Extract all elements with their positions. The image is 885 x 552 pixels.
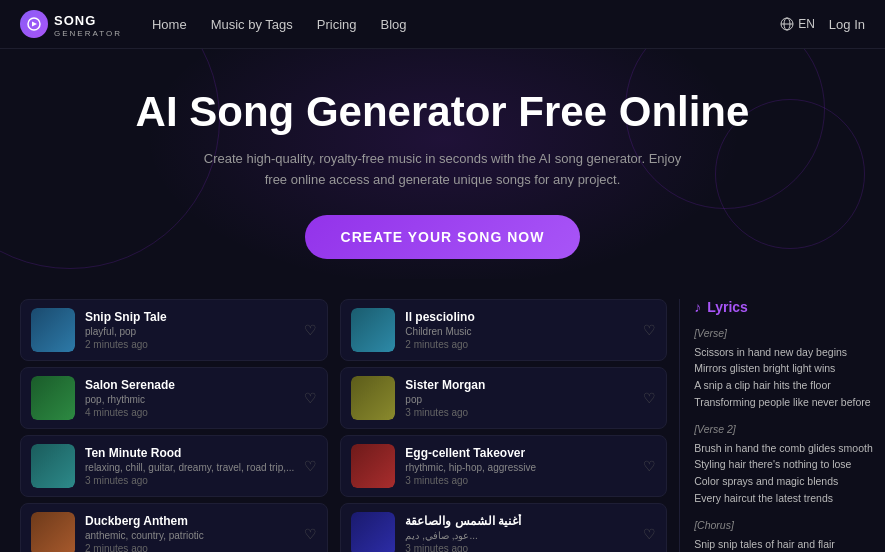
song-title: Duckberg Anthem <box>85 514 294 528</box>
logo-sub: GENERATOR <box>54 29 122 38</box>
song-time: 3 minutes ago <box>405 407 633 418</box>
lyrics-section-label: [Verse 2] <box>694 421 879 438</box>
lyrics-line: Scissors in hand new day begins <box>694 344 879 361</box>
song-title: Egg-cellent Takeover <box>405 446 633 460</box>
song-item[interactable]: Ten Minute Rood relaxing, chill, guitar,… <box>20 435 328 497</box>
song-time: 2 minutes ago <box>405 339 633 350</box>
nav-home[interactable]: Home <box>152 17 187 32</box>
logo[interactable]: SONG GENERATOR <box>20 10 122 38</box>
song-time: 2 minutes ago <box>85 339 294 350</box>
thumb-gradient <box>31 444 75 488</box>
song-info: Sister Morgan pop 3 minutes ago <box>405 378 633 418</box>
song-tags: anthemic, country, patriotic <box>85 530 294 541</box>
song-thumbnail <box>31 376 75 420</box>
song-info: Ten Minute Rood relaxing, chill, guitar,… <box>85 446 294 486</box>
favorite-button[interactable]: ♡ <box>304 322 317 338</box>
logo-icon <box>20 10 48 38</box>
thumb-gradient <box>351 444 395 488</box>
song-item[interactable]: Snip Snip Tale playful, pop 2 minutes ag… <box>20 299 328 361</box>
song-title: Il pesciolino <box>405 310 633 324</box>
song-info: Snip Snip Tale playful, pop 2 minutes ag… <box>85 310 294 350</box>
language-button[interactable]: EN <box>780 17 815 31</box>
song-thumbnail <box>351 444 395 488</box>
logo-name: SONG <box>54 13 96 28</box>
lyrics-section-label: [Chorus] <box>694 517 879 534</box>
favorite-button[interactable]: ♡ <box>643 390 656 406</box>
song-item[interactable]: Duckberg Anthem anthemic, country, patri… <box>20 503 328 552</box>
hero-section: AI Song Generator Free Online Create hig… <box>0 49 885 279</box>
song-info: Duckberg Anthem anthemic, country, patri… <box>85 514 294 552</box>
favorite-button[interactable]: ♡ <box>304 390 317 406</box>
song-item[interactable]: Sister Morgan pop 3 minutes ago ♡ <box>340 367 667 429</box>
login-button[interactable]: Log In <box>829 17 865 32</box>
song-item[interactable]: أغنية الشمس والصاعقة عود, صافي, ديم... 3… <box>340 503 667 552</box>
song-title: Ten Minute Rood <box>85 446 294 460</box>
lyrics-panel: ♪ Lyrics [Verse]Scissors in hand new day… <box>679 299 879 552</box>
thumb-gradient <box>351 376 395 420</box>
song-thumbnail <box>351 308 395 352</box>
thumb-gradient <box>31 376 75 420</box>
thumb-gradient <box>351 512 395 552</box>
song-tags: playful, pop <box>85 326 294 337</box>
song-thumbnail <box>31 512 75 552</box>
lyrics-line: Transforming people like never before <box>694 394 879 411</box>
thumb-gradient <box>31 308 75 352</box>
song-time: 4 minutes ago <box>85 407 294 418</box>
song-title: Salon Serenade <box>85 378 294 392</box>
lyrics-line: Styling hair there's nothing to lose <box>694 456 879 473</box>
song-item[interactable]: Salon Serenade pop, rhythmic 4 minutes a… <box>20 367 328 429</box>
song-tags: Children Music <box>405 326 633 337</box>
lyrics-section-label: [Verse] <box>694 325 879 342</box>
song-column-right: Il pesciolino Children Music 2 minutes a… <box>340 299 667 552</box>
favorite-button[interactable]: ♡ <box>643 458 656 474</box>
favorite-button[interactable]: ♡ <box>643 322 656 338</box>
song-time: 3 minutes ago <box>405 543 633 552</box>
lyrics-icon: ♪ <box>694 299 701 315</box>
thumb-gradient <box>351 308 395 352</box>
deco-circle-1 <box>0 49 220 269</box>
cta-button[interactable]: CREATE YOUR SONG NOW <box>305 215 581 259</box>
lyrics-line: Mirrors glisten bright light wins <box>694 360 879 377</box>
nav-right: EN Log In <box>780 17 865 32</box>
song-tags: عود, صافي, ديم... <box>405 530 633 541</box>
favorite-button[interactable]: ♡ <box>304 458 317 474</box>
song-info: Il pesciolino Children Music 2 minutes a… <box>405 310 633 350</box>
song-tags: relaxing, chill, guitar, dreamy, travel,… <box>85 462 294 473</box>
lyrics-section: [Verse 2]Brush in hand the comb glides s… <box>694 421 879 507</box>
song-item[interactable]: Egg-cellent Takeover rhythmic, hip-hop, … <box>340 435 667 497</box>
lyrics-line: A snip a clip hair hits the floor <box>694 377 879 394</box>
favorite-button[interactable]: ♡ <box>643 526 656 542</box>
favorite-button[interactable]: ♡ <box>304 526 317 542</box>
song-time: 2 minutes ago <box>85 543 294 552</box>
lyrics-line: Every haircut the latest trends <box>694 490 879 507</box>
lyrics-section: [Verse]Scissors in hand new day beginsMi… <box>694 325 879 411</box>
navbar: SONG GENERATOR Home Music by Tags Pricin… <box>0 0 885 49</box>
nav-links: Home Music by Tags Pricing Blog <box>152 17 780 32</box>
song-item[interactable]: Il pesciolino Children Music 2 minutes a… <box>340 299 667 361</box>
lyrics-section: [Chorus]Snip snip tales of hair and flai… <box>694 517 879 552</box>
song-info: Salon Serenade pop, rhythmic 4 minutes a… <box>85 378 294 418</box>
hero-title: AI Song Generator Free Online <box>20 89 865 135</box>
song-lists: Snip Snip Tale playful, pop 2 minutes ag… <box>20 299 667 552</box>
lyrics-line: Color sprays and magic blends <box>694 473 879 490</box>
nav-music-by-tags[interactable]: Music by Tags <box>211 17 293 32</box>
song-title: أغنية الشمس والصاعقة <box>405 514 633 528</box>
hero-subtitle: Create high-quality, royalty-free music … <box>203 149 683 191</box>
song-title: Snip Snip Tale <box>85 310 294 324</box>
song-thumbnail <box>31 444 75 488</box>
song-tags: rhythmic, hip-hop, aggressive <box>405 462 633 473</box>
lyrics-line: Snip snip tales of hair and flair <box>694 536 879 552</box>
nav-blog[interactable]: Blog <box>381 17 407 32</box>
main-content: Snip Snip Tale playful, pop 2 minutes ag… <box>0 279 885 552</box>
lyrics-body: [Verse]Scissors in hand new day beginsMi… <box>694 325 879 552</box>
song-info: Egg-cellent Takeover rhythmic, hip-hop, … <box>405 446 633 486</box>
lyrics-line: Brush in hand the comb glides smooth <box>694 440 879 457</box>
lyrics-header: ♪ Lyrics <box>694 299 879 315</box>
nav-pricing[interactable]: Pricing <box>317 17 357 32</box>
song-thumbnail <box>351 376 395 420</box>
song-thumbnail <box>351 512 395 552</box>
globe-icon <box>780 17 794 31</box>
song-time: 3 minutes ago <box>85 475 294 486</box>
song-tags: pop <box>405 394 633 405</box>
thumb-gradient <box>31 512 75 552</box>
